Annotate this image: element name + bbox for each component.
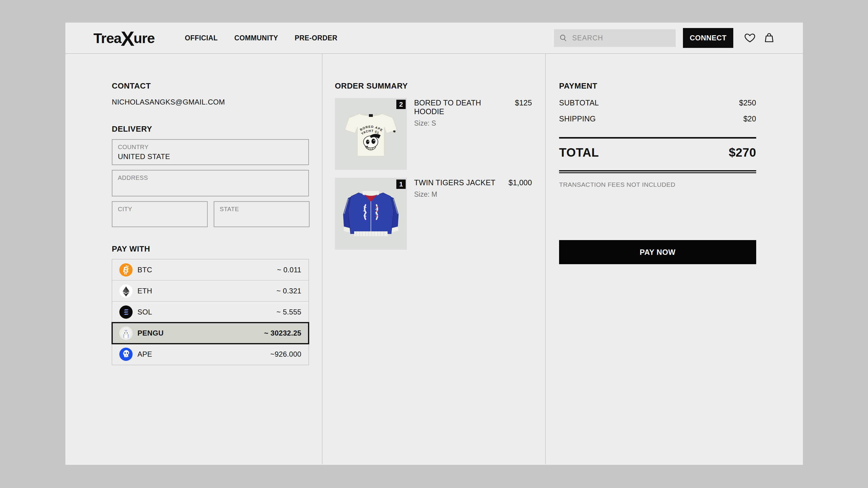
- total-divider: [559, 137, 756, 138]
- total-label: TOTAL: [559, 146, 599, 159]
- nav-item-community[interactable]: COMMUNITY: [234, 34, 278, 42]
- state-field[interactable]: STATE: [214, 201, 310, 227]
- nav-item-pre-order[interactable]: PRE-ORDER: [295, 34, 338, 42]
- nav-item-official[interactable]: OFFICIAL: [185, 34, 218, 42]
- address-label: ADDRESS: [118, 174, 303, 181]
- search-input[interactable]: [571, 34, 670, 42]
- pay-option-eth[interactable]: ETH ~ 0.321: [112, 281, 309, 301]
- total-row: TOTAL $270: [559, 146, 756, 159]
- quantity-badge: 1: [396, 180, 406, 189]
- country-field[interactable]: COUNTRY UNITED STATE: [112, 139, 309, 165]
- pay-option-sol[interactable]: SOL ~ 5.555: [112, 301, 309, 323]
- logo-part-1: Trea: [93, 30, 121, 46]
- shipping-label: SHIPPING: [559, 115, 596, 123]
- order-item: 1 TWIN TIGERS JACKET $1,000 Size: M: [335, 178, 532, 250]
- address-field[interactable]: ADDRESS: [112, 170, 309, 196]
- city-label: CITY: [118, 206, 202, 213]
- pengu-icon: [119, 327, 133, 340]
- search-bar: [554, 29, 676, 47]
- coin-amount: ~ 30232.25: [264, 329, 301, 337]
- subtotal-row: SUBTOTAL $250: [559, 98, 756, 107]
- state-label: STATE: [220, 206, 304, 213]
- order-summary-column: ORDER SUMMARY BORED APE: [322, 54, 546, 464]
- contact-email: NICHOLASANGKS@GMAIL.COM: [112, 98, 309, 106]
- coin-symbol: BTC: [137, 266, 152, 274]
- logo-part-2: ure: [133, 30, 155, 46]
- delivery-heading: DELIVERY: [112, 124, 309, 134]
- city-field[interactable]: CITY: [112, 201, 208, 227]
- contact-heading: CONTACT: [112, 82, 309, 91]
- double-divider: [559, 170, 756, 173]
- coin-amount: ~ 0.011: [277, 266, 301, 274]
- quantity-badge: 2: [396, 100, 406, 109]
- country-label: COUNTRY: [118, 144, 303, 151]
- pay-options-list: B BTC ~ 0.011: [112, 259, 309, 365]
- pay-with-heading: PAY WITH: [112, 244, 309, 254]
- pay-now-label: PAY NOW: [640, 248, 675, 257]
- order-summary-heading: ORDER SUMMARY: [335, 82, 532, 91]
- eth-icon: [119, 284, 133, 298]
- payment-column: PAYMENT SUBTOTAL $250 SHIPPING $20 TOTAL…: [546, 54, 803, 464]
- heart-icon: [744, 33, 755, 43]
- coin-amount: ~ 0.321: [276, 287, 301, 295]
- ape-icon: [119, 348, 133, 361]
- product-price: $1,000: [508, 178, 532, 187]
- coin-amount: ~926.000: [270, 350, 301, 358]
- product-thumbnail: BORED APE YACHT CLUB: [335, 98, 407, 170]
- coin-symbol: PENGU: [137, 329, 164, 337]
- order-item: BORED APE YACHT CLUB: [335, 98, 532, 170]
- country-value: UNITED STATE: [118, 153, 303, 161]
- transaction-fees-note: TRANSACTION FEES NOT INCLUDED: [559, 181, 756, 188]
- contact-delivery-column: CONTACT NICHOLASANGKS@GMAIL.COM DELIVERY…: [65, 54, 322, 464]
- checkout-columns: CONTACT NICHOLASANGKS@GMAIL.COM DELIVERY…: [65, 54, 803, 464]
- wishlist-button[interactable]: [744, 33, 755, 43]
- product-size: Size: S: [414, 119, 532, 127]
- coin-symbol: ETH: [137, 287, 152, 295]
- shopping-bag-icon: [764, 32, 775, 44]
- product-thumbnail: 1: [335, 178, 407, 250]
- subtotal-label: SUBTOTAL: [559, 98, 599, 107]
- shipping-row: SHIPPING $20: [559, 115, 756, 123]
- product-name: TWIN TIGERS JACKET: [414, 178, 495, 187]
- product-size: Size: M: [414, 190, 532, 198]
- connect-wallet-button[interactable]: CONNECT: [683, 28, 733, 48]
- sol-icon: [119, 305, 133, 319]
- coin-symbol: APE: [137, 350, 152, 358]
- search-icon: [559, 33, 567, 42]
- subtotal-value: $250: [739, 98, 756, 107]
- shipping-value: $20: [743, 115, 756, 123]
- coin-amount: ~ 5.555: [276, 308, 301, 316]
- btc-icon: B: [119, 263, 133, 276]
- product-name: BORED TO DEATH HOODIE: [414, 98, 504, 116]
- pay-option-pengu-selected[interactable]: PENGU ~ 30232.25: [112, 323, 309, 344]
- pay-option-btc[interactable]: B BTC ~ 0.011: [112, 259, 309, 281]
- pay-now-button[interactable]: PAY NOW: [559, 240, 756, 264]
- pay-option-ape[interactable]: APE ~926.000: [112, 344, 309, 365]
- main-nav: OFFICIAL COMMUNITY PRE-ORDER: [185, 34, 337, 42]
- total-value: $270: [729, 146, 756, 159]
- coin-symbol: SOL: [137, 308, 152, 316]
- brand-logo[interactable]: TreaXure: [93, 30, 155, 46]
- cart-button[interactable]: [764, 32, 775, 44]
- checkout-page: TreaXure OFFICIAL COMMUNITY PRE-ORDER CO…: [65, 23, 803, 465]
- connect-label: CONNECT: [689, 34, 726, 42]
- product-price: $125: [515, 98, 532, 107]
- payment-heading: PAYMENT: [559, 82, 756, 91]
- top-navigation-bar: TreaXure OFFICIAL COMMUNITY PRE-ORDER CO…: [65, 23, 803, 54]
